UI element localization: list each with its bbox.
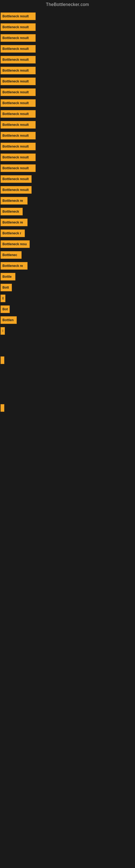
bar-row [0,384,135,393]
bottleneck-bar: Bottleneck result [1,78,36,85]
bar-label: Bottleneck result [2,36,29,40]
bar-row [0,375,135,384]
bar-row: Bottleneck result [0,174,135,184]
bar-label: Bot [2,307,8,311]
bar-row: Bottleneck result [0,43,135,54]
bar-label: Bottleneck result [2,155,29,159]
bottleneck-bar: Bottlenec [1,251,21,259]
bar-row: Bottleneck re [0,260,135,271]
bar-label: Bottleneck result [2,188,29,192]
bar-row: Bottleneck result [0,87,135,98]
bar-label: Bottleneck r [2,231,21,235]
bar-label: Bottleneck result [2,166,29,170]
bar-row: Bottleneck result [0,76,135,87]
bar-row: Bott [0,282,135,293]
bar-row: Bottleneck result [0,141,135,152]
bar-row: Bottleneck result [0,22,135,33]
bar-label: Bottlenec [2,253,17,257]
bar-row [0,403,135,413]
bar-row: Bottleneck result [0,98,135,108]
bottleneck-bar [1,404,4,412]
bar-row: B [0,326,135,336]
bottleneck-bar: Bottleneck result [1,132,36,140]
site-title: TheBottlenecker.com [0,0,135,8]
bar-label: Bottleneck result [2,14,29,18]
bottleneck-bar: B [1,294,5,302]
bottleneck-bar: Bottleneck result [1,121,36,129]
bottleneck-bar: Bot [1,305,10,313]
bar-row: Bot [0,304,135,315]
bottleneck-bar: Bottleneck result [1,154,36,161]
bar-row: l [0,355,135,366]
bottleneck-bar: Bottleneck result [1,110,36,118]
bar-row [0,336,135,346]
bar-label: Bottleneck re [2,220,23,224]
bar-row: Bottleneck re [0,195,135,206]
bottleneck-bar: Bottleneck re [1,219,28,226]
bar-row [0,346,135,355]
bar-row: Bottleneck result [0,108,135,119]
bar-row: Bottleneck r [0,228,135,239]
bar-row: Bottleneck result [0,119,135,130]
bar-label: Bottleneck result [2,101,29,105]
bars-container: Bottleneck resultBottleneck resultBottle… [0,8,135,413]
bar-label: Bottleneck result [2,177,29,181]
bottleneck-bar: Bottleneck resu [1,240,30,248]
bottleneck-bar: Bottleneck re [1,197,28,205]
bottleneck-bar: Bottleneck [1,208,23,215]
bar-label: Bottleneck result [2,123,29,127]
bottleneck-bar: Bottleneck result [1,175,32,183]
bottleneck-bar: Bottleneck r [1,229,25,237]
bottleneck-bar: B [1,327,5,335]
bar-row: Bottleneck result [0,33,135,43]
bar-label: Bottleneck result [2,145,29,148]
bar-row: Bottleneck re [0,217,135,228]
bottleneck-bar: Bottleneck result [1,56,36,63]
bar-row [0,393,135,403]
bar-label: Bottleneck result [2,47,29,51]
bar-label: Bottle [2,275,12,279]
bar-row: B [0,293,135,304]
bar-row: Bottlen [0,315,135,326]
bottleneck-bar: Bottleneck result [1,88,36,96]
bottleneck-bar: Bottleneck result [1,23,36,31]
bar-label: Bottleneck result [2,134,29,137]
bar-label: Bottleneck result [2,58,29,62]
bottleneck-bar: Bottle [1,273,15,280]
bar-row: Bottleneck result [0,65,135,76]
bar-row: Bottle [0,271,135,282]
bar-row: Bottleneck resu [0,239,135,250]
bar-label: Bottleneck result [2,25,29,29]
bottleneck-bar: Bottleneck result [1,99,36,107]
bottleneck-bar: Bottleneck result [1,143,36,150]
bar-label: Bottleneck resu [2,242,27,246]
bottleneck-bar: Bottleneck result [1,164,36,172]
bar-label: Bottleneck [2,210,19,214]
bar-row [0,366,135,375]
bottleneck-bar: Bott [1,284,12,291]
bar-row: Bottleneck result [0,130,135,141]
bar-label: Bottleneck re [2,264,23,268]
bottleneck-bar: l [1,356,4,364]
bar-row: Bottleneck result [0,152,135,163]
bottleneck-bar: Bottleneck result [1,186,32,194]
bar-label: Bottleneck re [2,199,23,203]
bar-row: Bottleneck [0,206,135,217]
bar-label: Bottleneck result [2,112,29,116]
bottleneck-bar: Bottlen [1,316,17,324]
bar-row: Bottleneck result [0,163,135,174]
bar-label: Bottleneck result [2,80,29,83]
bottleneck-bar: Bottleneck result [1,12,36,20]
bar-label: Bottleneck result [2,69,29,72]
bottleneck-bar: Bottleneck result [1,45,36,53]
bottleneck-bar: Bottleneck result [1,34,36,42]
bar-label: Bottlen [2,318,13,322]
bottleneck-bar: Bottleneck re [1,262,28,270]
bar-label: B [2,329,3,333]
bar-row: Bottleneck result [0,11,135,22]
bar-row: Bottleneck result [0,54,135,65]
bottleneck-bar: Bottleneck result [1,67,36,74]
bar-label: Bottleneck result [2,90,29,94]
bar-label: Bott [2,286,9,289]
bar-label: B [2,297,3,300]
